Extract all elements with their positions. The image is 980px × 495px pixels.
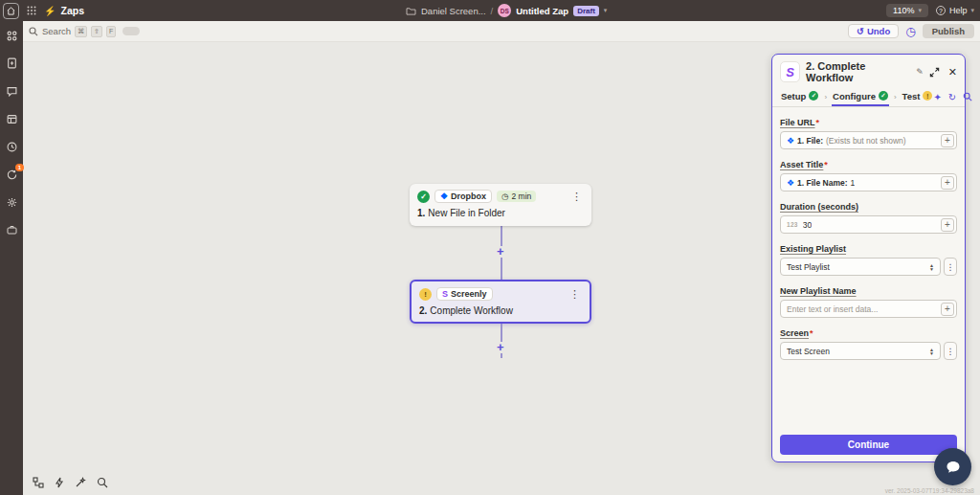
search-icon — [29, 27, 38, 36]
existing-playlist-options-button[interactable]: ⋮ — [944, 258, 957, 276]
kbd-cmd: ⌘ — [75, 26, 87, 37]
path-view-button[interactable] — [33, 477, 44, 488]
undo-label: Undo — [867, 26, 890, 36]
panel-header-actions: ✕ — [929, 66, 957, 79]
new-playlist-name-input[interactable]: Enter text or insert data... + — [780, 300, 957, 318]
add-step-button-1[interactable]: + — [497, 246, 504, 258]
screen-select[interactable]: Test Screen ▲ ▼ — [780, 342, 941, 360]
canvas-zoom-button[interactable] — [97, 477, 108, 488]
left-sidebar: 1 — [0, 21, 23, 495]
configure-form: File URL* ❖ 1. File: (Exists but not sho… — [772, 107, 965, 360]
expand-panel-button[interactable] — [929, 67, 940, 78]
magic-wand-icon — [75, 477, 86, 488]
field-new-playlist-name: New Playlist Name Enter text or insert d… — [780, 286, 957, 318]
sidebar-item-messages[interactable] — [5, 84, 18, 98]
publish-button[interactable]: Publish — [923, 24, 974, 38]
kbd-shift: ⇧ — [91, 26, 102, 37]
close-panel-button[interactable]: ✕ — [948, 66, 957, 79]
tab-test-label: Test — [902, 91, 921, 101]
insert-data-button[interactable]: + — [941, 134, 954, 147]
step1-duration: 2 min — [512, 191, 532, 201]
search-scope-pill — [122, 27, 140, 35]
duration-clock-icon: ◷ — [501, 191, 508, 201]
step1-app-pill[interactable]: ❖ Dropbox — [434, 190, 492, 203]
sidebar-item-notifications[interactable]: 1 — [5, 168, 18, 181]
screen-value: Test Screen — [787, 347, 830, 356]
workflow-map-icon — [33, 477, 44, 488]
refresh-fields-button[interactable]: ↻ — [948, 92, 956, 102]
tab-setup[interactable]: Setup ✓ — [780, 87, 819, 106]
tab-test[interactable]: Test ! — [902, 87, 934, 106]
sidebar-item-workspace[interactable] — [5, 223, 18, 236]
version-history-icon[interactable]: ◷ — [905, 26, 915, 37]
chat-icon — [7, 86, 17, 97]
existing-playlist-select[interactable]: Test Playlist ▲ ▼ — [780, 258, 941, 276]
field-search-icon — [963, 92, 972, 101]
screen-options-button[interactable]: ⋮ — [944, 342, 957, 360]
test-warning-icon: ! — [923, 91, 932, 101]
insert-data-button[interactable]: + — [941, 176, 954, 190]
field-asset-title-label: Asset Title* — [780, 160, 957, 169]
file-url-input[interactable]: ❖ 1. File: (Exists but not shown) + — [780, 131, 957, 149]
magic-tools-button[interactable] — [75, 477, 86, 488]
panel-tabs: Setup ✓ › Configure ✓ › Test ! ✦ ↻ — [772, 87, 965, 107]
folder-icon — [406, 7, 416, 15]
step-card-screenly[interactable]: ! S Screenly ⋮ 2.Complete Workflow — [410, 280, 591, 324]
step1-title: 1.New File in Folder — [417, 208, 584, 218]
required-asterisk: * — [810, 328, 813, 338]
field-new-playlist-name-label: New Playlist Name — [780, 286, 957, 296]
editor-toolbar: Search ⌘ ⇧ F ↺ Undo ◷ Publish — [23, 21, 980, 42]
briefcase-icon — [7, 225, 17, 235]
expand-icon — [929, 67, 940, 78]
zapier-bolt-icon: ⚡ — [44, 6, 56, 16]
home-icon — [7, 7, 15, 15]
search-placeholder: Search — [42, 26, 71, 36]
zoom-chevron-icon: ▾ — [918, 7, 922, 14]
step1-app-name: Dropbox — [451, 191, 486, 201]
build-version: ver. 2025-03-07T19:34-29823a8 — [885, 487, 974, 494]
support-chat-button[interactable] — [934, 448, 971, 485]
zoom-level-button[interactable]: 110% ▾ — [886, 4, 928, 17]
step-config-panel: S 2. Complete Workflow ✎ ✕ Setup ✓ › Con… — [771, 54, 966, 462]
draft-badge: Draft — [573, 6, 599, 16]
step-card-dropbox[interactable]: ✓ ❖ Dropbox ◷ 2 min ⋮ 1.New File in Fold… — [410, 184, 591, 226]
required-asterisk: * — [816, 118, 820, 127]
insert-data-button[interactable]: + — [941, 218, 954, 232]
breadcrumb-folder[interactable]: Daniel Screen... — [421, 6, 486, 16]
topbar-right: 110% ▾ ? Help ▾ — [886, 4, 974, 17]
tab-configure[interactable]: Configure ✓ — [832, 87, 889, 106]
sidebar-item-dashboard[interactable] — [5, 29, 18, 42]
rename-step-button[interactable]: ✎ — [916, 67, 924, 77]
sidebar-item-history[interactable] — [5, 140, 18, 153]
home-button[interactable] — [3, 3, 19, 19]
tab-setup-label: Setup — [781, 91, 806, 101]
duration-input[interactable]: 123 30 + — [780, 215, 957, 234]
insert-data-button[interactable]: + — [941, 303, 954, 316]
sidebar-item-tables[interactable] — [5, 112, 18, 125]
help-button[interactable]: ? Help ▾ — [936, 6, 974, 15]
continue-button[interactable]: Continue — [780, 435, 957, 455]
sidebar-item-settings[interactable] — [5, 195, 18, 209]
step1-menu-button[interactable]: ⋮ — [569, 191, 584, 203]
step2-title: 2.Complete Workflow — [419, 305, 582, 316]
zap-title[interactable]: Untitled Zap — [516, 6, 568, 16]
autoplay-button[interactable] — [55, 477, 64, 488]
undo-button[interactable]: ↺ Undo — [848, 24, 899, 38]
grid-icon — [27, 6, 36, 15]
asset-title-input[interactable]: ❖ 1. File Name: 1 + — [780, 173, 957, 191]
sidebar-item-new-doc[interactable] — [5, 56, 18, 70]
copilot-button[interactable]: ✦ — [933, 92, 941, 102]
app-grid-button[interactable] — [27, 6, 36, 15]
magnifier-icon — [97, 477, 108, 488]
file-url-token: ❖ 1. File: (Exists but not shown) — [787, 136, 906, 146]
select-chevrons-icon: ▲ ▼ — [929, 263, 934, 271]
table-icon — [7, 114, 17, 124]
field-screen: Screen* Test Screen ▲ ▼ ⋮ — [780, 328, 957, 360]
search-fields-button[interactable] — [963, 92, 972, 101]
breadcrumb-separator: / — [491, 6, 494, 16]
search-input[interactable]: Search ⌘ ⇧ F — [29, 26, 140, 37]
step2-app-pill[interactable]: S Screenly — [436, 287, 493, 301]
add-step-button-2[interactable]: + — [497, 342, 504, 353]
step2-menu-button[interactable]: ⋮ — [568, 288, 582, 301]
zap-menu-chevron-icon[interactable]: ▾ — [604, 7, 608, 14]
